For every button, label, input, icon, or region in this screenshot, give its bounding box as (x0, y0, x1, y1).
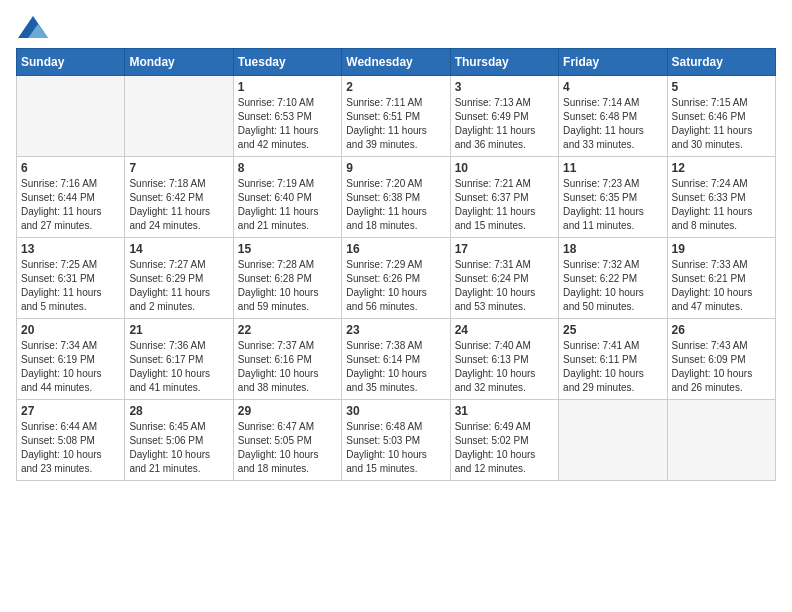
weekday-header: Friday (559, 49, 667, 76)
logo (16, 16, 48, 38)
day-number: 9 (346, 161, 445, 175)
calendar-day-cell: 12Sunrise: 7:24 AMSunset: 6:33 PMDayligh… (667, 157, 775, 238)
calendar-day-cell (125, 76, 233, 157)
weekday-header: Saturday (667, 49, 775, 76)
day-info: Sunrise: 7:20 AMSunset: 6:38 PMDaylight:… (346, 177, 445, 233)
calendar-day-cell: 9Sunrise: 7:20 AMSunset: 6:38 PMDaylight… (342, 157, 450, 238)
calendar-day-cell: 15Sunrise: 7:28 AMSunset: 6:28 PMDayligh… (233, 238, 341, 319)
page-header (16, 16, 776, 38)
day-info: Sunrise: 6:48 AMSunset: 5:03 PMDaylight:… (346, 420, 445, 476)
calendar-day-cell: 31Sunrise: 6:49 AMSunset: 5:02 PMDayligh… (450, 400, 558, 481)
day-number: 27 (21, 404, 120, 418)
calendar-day-cell: 21Sunrise: 7:36 AMSunset: 6:17 PMDayligh… (125, 319, 233, 400)
day-info: Sunrise: 7:14 AMSunset: 6:48 PMDaylight:… (563, 96, 662, 152)
day-info: Sunrise: 7:36 AMSunset: 6:17 PMDaylight:… (129, 339, 228, 395)
day-number: 20 (21, 323, 120, 337)
calendar-day-cell: 14Sunrise: 7:27 AMSunset: 6:29 PMDayligh… (125, 238, 233, 319)
day-number: 17 (455, 242, 554, 256)
logo-icon (18, 16, 48, 38)
day-info: Sunrise: 7:23 AMSunset: 6:35 PMDaylight:… (563, 177, 662, 233)
day-number: 7 (129, 161, 228, 175)
day-number: 16 (346, 242, 445, 256)
calendar-day-cell: 5Sunrise: 7:15 AMSunset: 6:46 PMDaylight… (667, 76, 775, 157)
day-number: 14 (129, 242, 228, 256)
calendar-day-cell: 2Sunrise: 7:11 AMSunset: 6:51 PMDaylight… (342, 76, 450, 157)
day-number: 29 (238, 404, 337, 418)
weekday-header: Wednesday (342, 49, 450, 76)
weekday-header: Monday (125, 49, 233, 76)
calendar-day-cell: 7Sunrise: 7:18 AMSunset: 6:42 PMDaylight… (125, 157, 233, 238)
calendar-table: SundayMondayTuesdayWednesdayThursdayFrid… (16, 48, 776, 481)
calendar-day-cell: 18Sunrise: 7:32 AMSunset: 6:22 PMDayligh… (559, 238, 667, 319)
calendar-day-cell (17, 76, 125, 157)
calendar-day-cell: 23Sunrise: 7:38 AMSunset: 6:14 PMDayligh… (342, 319, 450, 400)
calendar-day-cell: 4Sunrise: 7:14 AMSunset: 6:48 PMDaylight… (559, 76, 667, 157)
day-number: 22 (238, 323, 337, 337)
day-info: Sunrise: 7:18 AMSunset: 6:42 PMDaylight:… (129, 177, 228, 233)
calendar-week-row: 6Sunrise: 7:16 AMSunset: 6:44 PMDaylight… (17, 157, 776, 238)
day-info: Sunrise: 7:10 AMSunset: 6:53 PMDaylight:… (238, 96, 337, 152)
day-number: 25 (563, 323, 662, 337)
day-info: Sunrise: 7:43 AMSunset: 6:09 PMDaylight:… (672, 339, 771, 395)
calendar-day-cell: 1Sunrise: 7:10 AMSunset: 6:53 PMDaylight… (233, 76, 341, 157)
calendar-day-cell: 29Sunrise: 6:47 AMSunset: 5:05 PMDayligh… (233, 400, 341, 481)
day-info: Sunrise: 7:41 AMSunset: 6:11 PMDaylight:… (563, 339, 662, 395)
calendar-day-cell: 27Sunrise: 6:44 AMSunset: 5:08 PMDayligh… (17, 400, 125, 481)
calendar-day-cell: 3Sunrise: 7:13 AMSunset: 6:49 PMDaylight… (450, 76, 558, 157)
calendar-day-cell (559, 400, 667, 481)
day-info: Sunrise: 7:40 AMSunset: 6:13 PMDaylight:… (455, 339, 554, 395)
calendar-day-cell: 16Sunrise: 7:29 AMSunset: 6:26 PMDayligh… (342, 238, 450, 319)
day-number: 10 (455, 161, 554, 175)
calendar-week-row: 20Sunrise: 7:34 AMSunset: 6:19 PMDayligh… (17, 319, 776, 400)
day-info: Sunrise: 7:19 AMSunset: 6:40 PMDaylight:… (238, 177, 337, 233)
calendar-day-cell: 11Sunrise: 7:23 AMSunset: 6:35 PMDayligh… (559, 157, 667, 238)
day-number: 24 (455, 323, 554, 337)
calendar-day-cell: 20Sunrise: 7:34 AMSunset: 6:19 PMDayligh… (17, 319, 125, 400)
calendar-day-cell (667, 400, 775, 481)
calendar-day-cell: 10Sunrise: 7:21 AMSunset: 6:37 PMDayligh… (450, 157, 558, 238)
day-info: Sunrise: 6:45 AMSunset: 5:06 PMDaylight:… (129, 420, 228, 476)
day-number: 13 (21, 242, 120, 256)
day-number: 12 (672, 161, 771, 175)
calendar-week-row: 13Sunrise: 7:25 AMSunset: 6:31 PMDayligh… (17, 238, 776, 319)
day-info: Sunrise: 6:49 AMSunset: 5:02 PMDaylight:… (455, 420, 554, 476)
day-info: Sunrise: 7:15 AMSunset: 6:46 PMDaylight:… (672, 96, 771, 152)
day-info: Sunrise: 7:37 AMSunset: 6:16 PMDaylight:… (238, 339, 337, 395)
day-number: 26 (672, 323, 771, 337)
calendar-day-cell: 26Sunrise: 7:43 AMSunset: 6:09 PMDayligh… (667, 319, 775, 400)
weekday-header: Sunday (17, 49, 125, 76)
day-number: 21 (129, 323, 228, 337)
calendar-day-cell: 6Sunrise: 7:16 AMSunset: 6:44 PMDaylight… (17, 157, 125, 238)
day-info: Sunrise: 6:47 AMSunset: 5:05 PMDaylight:… (238, 420, 337, 476)
day-info: Sunrise: 6:44 AMSunset: 5:08 PMDaylight:… (21, 420, 120, 476)
day-info: Sunrise: 7:28 AMSunset: 6:28 PMDaylight:… (238, 258, 337, 314)
day-number: 6 (21, 161, 120, 175)
day-number: 5 (672, 80, 771, 94)
day-info: Sunrise: 7:27 AMSunset: 6:29 PMDaylight:… (129, 258, 228, 314)
calendar-day-cell: 25Sunrise: 7:41 AMSunset: 6:11 PMDayligh… (559, 319, 667, 400)
day-info: Sunrise: 7:33 AMSunset: 6:21 PMDaylight:… (672, 258, 771, 314)
calendar-header-row: SundayMondayTuesdayWednesdayThursdayFrid… (17, 49, 776, 76)
calendar-day-cell: 22Sunrise: 7:37 AMSunset: 6:16 PMDayligh… (233, 319, 341, 400)
day-number: 31 (455, 404, 554, 418)
day-number: 15 (238, 242, 337, 256)
day-number: 2 (346, 80, 445, 94)
day-info: Sunrise: 7:11 AMSunset: 6:51 PMDaylight:… (346, 96, 445, 152)
day-info: Sunrise: 7:16 AMSunset: 6:44 PMDaylight:… (21, 177, 120, 233)
calendar-day-cell: 28Sunrise: 6:45 AMSunset: 5:06 PMDayligh… (125, 400, 233, 481)
day-number: 28 (129, 404, 228, 418)
calendar-week-row: 1Sunrise: 7:10 AMSunset: 6:53 PMDaylight… (17, 76, 776, 157)
calendar-day-cell: 13Sunrise: 7:25 AMSunset: 6:31 PMDayligh… (17, 238, 125, 319)
weekday-header: Tuesday (233, 49, 341, 76)
day-number: 3 (455, 80, 554, 94)
day-info: Sunrise: 7:21 AMSunset: 6:37 PMDaylight:… (455, 177, 554, 233)
day-number: 8 (238, 161, 337, 175)
day-number: 30 (346, 404, 445, 418)
calendar-day-cell: 24Sunrise: 7:40 AMSunset: 6:13 PMDayligh… (450, 319, 558, 400)
calendar-week-row: 27Sunrise: 6:44 AMSunset: 5:08 PMDayligh… (17, 400, 776, 481)
day-info: Sunrise: 7:24 AMSunset: 6:33 PMDaylight:… (672, 177, 771, 233)
calendar-day-cell: 19Sunrise: 7:33 AMSunset: 6:21 PMDayligh… (667, 238, 775, 319)
calendar-day-cell: 30Sunrise: 6:48 AMSunset: 5:03 PMDayligh… (342, 400, 450, 481)
day-info: Sunrise: 7:38 AMSunset: 6:14 PMDaylight:… (346, 339, 445, 395)
weekday-header: Thursday (450, 49, 558, 76)
